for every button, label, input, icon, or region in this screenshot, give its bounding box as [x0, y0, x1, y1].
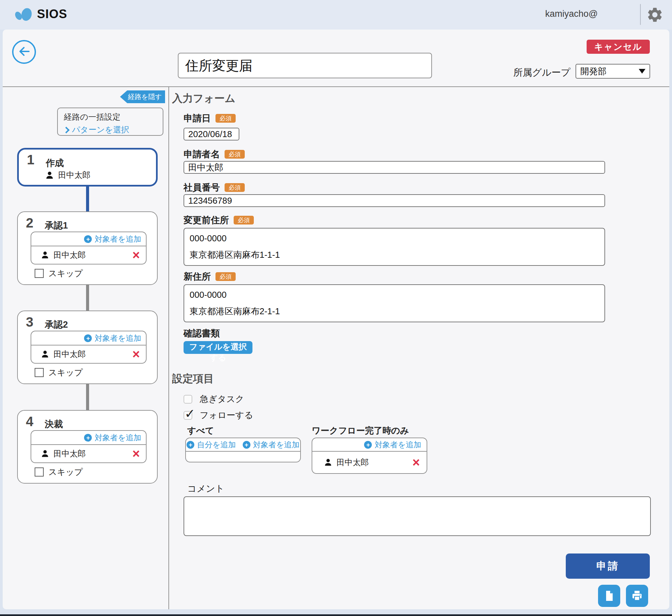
document-icon [603, 590, 615, 602]
document-title-input[interactable] [178, 53, 432, 78]
plus-icon [243, 441, 250, 449]
old-address-textarea[interactable]: 000-0000 東京都港区南麻布1-1-1 [184, 228, 605, 266]
follow-checkbox[interactable] [184, 411, 192, 420]
remove-person-icon[interactable] [132, 348, 140, 361]
add-self-link[interactable]: 自分を追加 [187, 440, 236, 450]
toolbar-divider [3, 86, 669, 87]
document-preview-button[interactable] [598, 585, 620, 607]
skip-label: スキップ [48, 466, 83, 478]
field-label-date: 申請日 必須 [184, 112, 236, 124]
urgent-task-row[interactable]: 急ぎタスク [184, 393, 244, 405]
group-dropdown[interactable]: 開発部 [576, 64, 650, 79]
person-row: 田中太郎 [41, 448, 86, 459]
employee-number-input[interactable] [184, 194, 605, 207]
participant-box: 対象者を追加 田中太郎 [31, 430, 147, 463]
add-target-link[interactable]: 対象者を追加 [243, 440, 300, 450]
skip-label: スキップ [48, 367, 83, 378]
remove-person-icon[interactable] [132, 447, 140, 460]
urgent-task-checkbox[interactable] [184, 395, 192, 404]
route-connector [86, 383, 89, 411]
select-pattern-link[interactable]: パターンを選択 [64, 124, 163, 135]
new-address-line1: 000-0000 [190, 290, 599, 300]
step-card-approve2[interactable]: 3 承認2 対象者を追加 田中太郎 スキップ [17, 311, 158, 384]
remove-person-icon[interactable] [412, 456, 420, 469]
remove-person-icon[interactable] [132, 249, 140, 261]
field-label-employee-no: 社員番号 必須 [184, 181, 245, 194]
add-target-link[interactable]: 対象者を追加 [84, 433, 141, 443]
step-name: 承認1 [45, 219, 68, 232]
person-icon [41, 251, 49, 259]
hide-route-tag[interactable]: 経路を隠す [120, 90, 165, 103]
required-badge: 必須 [234, 216, 254, 224]
step-number: 4 [26, 414, 33, 429]
person-icon [41, 350, 49, 359]
route-batch-box: 経路の一括設定 パターンを選択 [57, 108, 163, 136]
checkmark-icon [185, 406, 195, 421]
person-name: 田中太郎 [53, 250, 86, 260]
person-row: 田中太郎 [324, 457, 369, 468]
new-address-textarea[interactable]: 000-0000 東京都港区南麻布2-1-1 [184, 284, 605, 322]
plus-icon [84, 235, 92, 243]
submit-button[interactable]: 申請 [566, 553, 650, 579]
select-file-button[interactable]: ファイルを選択する [184, 341, 252, 354]
add-target-link[interactable]: 対象者を追加 [84, 333, 141, 343]
step-card-final[interactable]: 4 決裁 対象者を追加 田中太郎 スキップ [17, 410, 158, 484]
applicant-name-input[interactable] [184, 161, 605, 174]
skip-checkbox-row[interactable]: スキップ [35, 268, 83, 279]
comment-textarea[interactable] [184, 496, 651, 536]
notify-wf-done-label: ワークフロー完了時のみ [312, 425, 409, 437]
notify-all-empty [186, 452, 300, 462]
notify-all-label: すべて [187, 425, 214, 437]
add-target-label: 対象者を追加 [94, 333, 141, 343]
cancel-button[interactable]: キャンセル [587, 40, 650, 54]
step-number: 1 [27, 152, 34, 167]
required-badge: 必須 [225, 183, 245, 192]
step-number: 2 [26, 215, 33, 231]
brand-name: SIOS [37, 7, 67, 21]
back-button[interactable] [12, 40, 36, 64]
plus-icon [84, 434, 92, 442]
window-bottom-edge [0, 614, 672, 616]
printer-icon [631, 590, 643, 602]
date-input[interactable] [184, 128, 239, 140]
add-target-link[interactable]: 対象者を追加 [364, 440, 421, 450]
print-button[interactable] [626, 585, 648, 607]
skip-checkbox-row[interactable]: スキップ [35, 367, 83, 378]
step-card-create[interactable]: 1 作成 田中太郎 [17, 148, 158, 187]
skip-checkbox[interactable] [35, 368, 44, 377]
chevron-down-icon [639, 69, 645, 74]
notify-all-box: 自分を追加 対象者を追加 [185, 438, 301, 462]
skip-checkbox[interactable] [35, 269, 44, 278]
participant-box: 対象者を追加 田中太郎 [31, 331, 147, 364]
add-target-label: 対象者を追加 [253, 440, 300, 450]
plus-icon [364, 441, 372, 449]
route-batch-title: 経路の一括設定 [64, 112, 163, 122]
gear-icon[interactable] [646, 6, 664, 24]
add-target-label: 対象者を追加 [374, 440, 421, 450]
skip-checkbox-row[interactable]: スキップ [35, 466, 83, 478]
person-icon [41, 449, 49, 458]
step-card-approve1[interactable]: 2 承認1 対象者を追加 田中太郎 スキップ [17, 211, 158, 285]
skip-checkbox[interactable] [35, 467, 44, 477]
person-icon [45, 171, 54, 180]
group-label: 所属グループ [503, 66, 570, 79]
urgent-task-label: 急ぎタスク [200, 393, 244, 405]
follow-row[interactable]: フォローする [184, 409, 253, 421]
step-name: 決裁 [45, 418, 63, 430]
form-heading: 入力フォーム [172, 91, 235, 106]
required-badge: 必須 [215, 114, 236, 123]
plus-icon [187, 441, 194, 449]
sios-logo: SIOS [14, 6, 67, 22]
add-self-label: 自分を追加 [197, 440, 236, 450]
add-target-link[interactable]: 対象者を追加 [84, 234, 141, 244]
header-divider [640, 4, 641, 25]
sios-logo-icon [14, 6, 34, 22]
add-target-label: 対象者を追加 [94, 433, 141, 443]
add-target-label: 対象者を追加 [94, 234, 141, 244]
comment-label: コメント [187, 483, 225, 495]
field-label-new-address: 新住所 必須 [184, 271, 236, 283]
field-label-documents: 確認書類 [184, 327, 220, 339]
old-address-line2: 東京都港区南麻布1-1-1 [190, 249, 599, 261]
field-label-old-address: 変更前住所 必須 [184, 214, 254, 226]
step-number: 3 [26, 315, 33, 330]
